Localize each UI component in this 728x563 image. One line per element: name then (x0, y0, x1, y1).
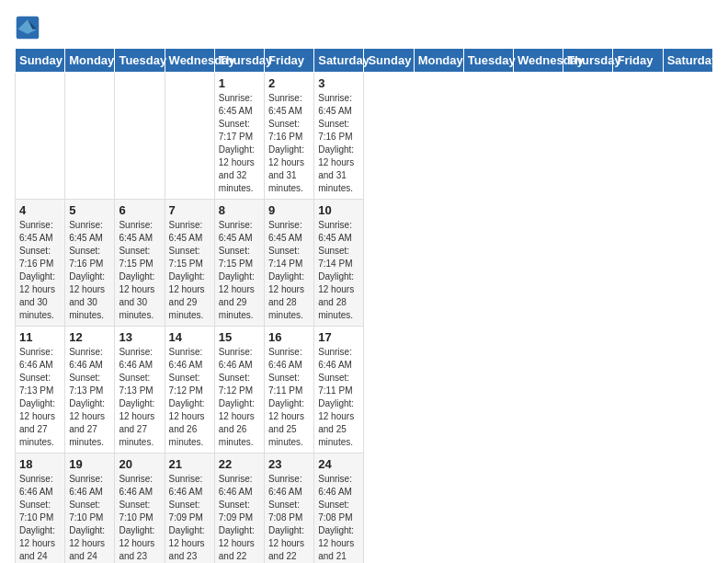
day-number: 11 (19, 330, 61, 344)
day-number: 5 (69, 203, 110, 217)
cell-content: Sunrise: 6:46 AM Sunset: 7:13 PM Dayligh… (69, 346, 110, 449)
cell-content: Sunrise: 6:45 AM Sunset: 7:14 PM Dayligh… (268, 219, 310, 322)
day-number: 24 (318, 457, 359, 471)
day-header-sunday: Sunday (16, 49, 65, 73)
calendar-cell: 8Sunrise: 6:45 AM Sunset: 7:15 PM Daylig… (214, 200, 264, 327)
cell-content: Sunrise: 6:46 AM Sunset: 7:10 PM Dayligh… (119, 473, 160, 563)
day-header-wednesday: Wednesday (514, 49, 563, 73)
day-number: 19 (69, 457, 110, 471)
day-number: 2 (268, 76, 310, 90)
day-number: 21 (169, 457, 210, 471)
calendar-cell: 7Sunrise: 6:45 AM Sunset: 7:15 PM Daylig… (165, 200, 214, 327)
calendar-header-row: SundayMondayTuesdayWednesdayThursdayFrid… (16, 49, 713, 73)
day-number: 7 (169, 203, 210, 217)
calendar-cell: 17Sunrise: 6:46 AM Sunset: 7:11 PM Dayli… (314, 327, 364, 454)
calendar-cell: 16Sunrise: 6:46 AM Sunset: 7:11 PM Dayli… (265, 327, 314, 454)
day-number: 4 (19, 203, 61, 217)
week-row-4: 18Sunrise: 6:46 AM Sunset: 7:10 PM Dayli… (16, 454, 713, 564)
cell-content: Sunrise: 6:45 AM Sunset: 7:17 PM Dayligh… (219, 92, 260, 195)
logo-icon (15, 15, 40, 40)
week-row-3: 11Sunrise: 6:46 AM Sunset: 7:13 PM Dayli… (16, 327, 713, 454)
cell-content: Sunrise: 6:45 AM Sunset: 7:16 PM Dayligh… (69, 219, 110, 322)
calendar-cell (165, 73, 214, 200)
calendar-cell: 23Sunrise: 6:46 AM Sunset: 7:08 PM Dayli… (265, 454, 314, 564)
cell-content: Sunrise: 6:45 AM Sunset: 7:16 PM Dayligh… (268, 92, 310, 195)
day-header-saturday: Saturday (314, 49, 364, 73)
day-number: 14 (169, 330, 210, 344)
calendar-cell: 20Sunrise: 6:46 AM Sunset: 7:10 PM Dayli… (115, 454, 165, 564)
calendar-cell: 12Sunrise: 6:46 AM Sunset: 7:13 PM Dayli… (65, 327, 115, 454)
calendar-cell: 1Sunrise: 6:45 AM Sunset: 7:17 PM Daylig… (214, 73, 264, 200)
calendar-cell: 11Sunrise: 6:46 AM Sunset: 7:13 PM Dayli… (16, 327, 65, 454)
cell-content: Sunrise: 6:46 AM Sunset: 7:09 PM Dayligh… (169, 473, 210, 563)
calendar-cell: 2Sunrise: 6:45 AM Sunset: 7:16 PM Daylig… (265, 73, 314, 200)
cell-content: Sunrise: 6:46 AM Sunset: 7:13 PM Dayligh… (19, 346, 61, 449)
day-number: 3 (318, 76, 359, 90)
day-header-tuesday: Tuesday (463, 49, 513, 73)
calendar-cell (65, 73, 115, 200)
calendar-cell (16, 73, 65, 200)
day-number: 13 (119, 330, 160, 344)
day-number: 6 (119, 203, 160, 217)
day-header-friday: Friday (613, 49, 663, 73)
page-header (15, 15, 713, 40)
day-number: 20 (119, 457, 160, 471)
calendar-table: SundayMondayTuesdayWednesdayThursdayFrid… (15, 48, 713, 563)
day-header-monday: Monday (65, 49, 115, 73)
day-number: 16 (268, 330, 310, 344)
cell-content: Sunrise: 6:46 AM Sunset: 7:13 PM Dayligh… (119, 346, 160, 449)
cell-content: Sunrise: 6:45 AM Sunset: 7:16 PM Dayligh… (318, 92, 359, 195)
calendar-cell: 6Sunrise: 6:45 AM Sunset: 7:15 PM Daylig… (115, 200, 165, 327)
cell-content: Sunrise: 6:46 AM Sunset: 7:09 PM Dayligh… (219, 473, 260, 563)
cell-content: Sunrise: 6:46 AM Sunset: 7:12 PM Dayligh… (219, 346, 260, 449)
day-header-thursday: Thursday (563, 49, 613, 73)
cell-content: Sunrise: 6:46 AM Sunset: 7:10 PM Dayligh… (69, 473, 110, 563)
day-header-saturday: Saturday (663, 49, 712, 73)
week-row-2: 4Sunrise: 6:45 AM Sunset: 7:16 PM Daylig… (16, 200, 713, 327)
day-header-friday: Friday (265, 49, 314, 73)
cell-content: Sunrise: 6:45 AM Sunset: 7:15 PM Dayligh… (119, 219, 160, 322)
calendar-cell: 24Sunrise: 6:46 AM Sunset: 7:08 PM Dayli… (314, 454, 364, 564)
day-number: 12 (69, 330, 110, 344)
cell-content: Sunrise: 6:46 AM Sunset: 7:08 PM Dayligh… (268, 473, 310, 563)
day-number: 15 (219, 330, 260, 344)
calendar-cell: 3Sunrise: 6:45 AM Sunset: 7:16 PM Daylig… (314, 73, 364, 200)
calendar-cell: 10Sunrise: 6:45 AM Sunset: 7:14 PM Dayli… (314, 200, 364, 327)
calendar-cell: 22Sunrise: 6:46 AM Sunset: 7:09 PM Dayli… (214, 454, 264, 564)
day-header-thursday: Thursday (214, 49, 264, 73)
cell-content: Sunrise: 6:45 AM Sunset: 7:15 PM Dayligh… (169, 219, 210, 322)
day-header-sunday: Sunday (364, 49, 414, 73)
cell-content: Sunrise: 6:46 AM Sunset: 7:10 PM Dayligh… (19, 473, 61, 563)
calendar-cell: 9Sunrise: 6:45 AM Sunset: 7:14 PM Daylig… (265, 200, 314, 327)
calendar-cell (115, 73, 165, 200)
calendar-cell: 13Sunrise: 6:46 AM Sunset: 7:13 PM Dayli… (115, 327, 165, 454)
calendar-cell: 19Sunrise: 6:46 AM Sunset: 7:10 PM Dayli… (65, 454, 115, 564)
logo (15, 15, 44, 40)
day-header-tuesday: Tuesday (115, 49, 165, 73)
cell-content: Sunrise: 6:46 AM Sunset: 7:12 PM Dayligh… (169, 346, 210, 449)
week-row-1: 1Sunrise: 6:45 AM Sunset: 7:17 PM Daylig… (16, 73, 713, 200)
cell-content: Sunrise: 6:45 AM Sunset: 7:16 PM Dayligh… (19, 219, 61, 322)
day-number: 10 (318, 203, 359, 217)
day-number: 1 (219, 76, 260, 90)
day-number: 9 (268, 203, 310, 217)
calendar-cell: 15Sunrise: 6:46 AM Sunset: 7:12 PM Dayli… (214, 327, 264, 454)
day-number: 22 (219, 457, 260, 471)
cell-content: Sunrise: 6:46 AM Sunset: 7:11 PM Dayligh… (268, 346, 310, 449)
day-number: 18 (19, 457, 61, 471)
cell-content: Sunrise: 6:46 AM Sunset: 7:11 PM Dayligh… (318, 346, 359, 449)
day-number: 23 (268, 457, 310, 471)
day-number: 8 (219, 203, 260, 217)
day-number: 17 (318, 330, 359, 344)
cell-content: Sunrise: 6:45 AM Sunset: 7:14 PM Dayligh… (318, 219, 359, 322)
day-header-wednesday: Wednesday (165, 49, 214, 73)
calendar-cell: 18Sunrise: 6:46 AM Sunset: 7:10 PM Dayli… (16, 454, 65, 564)
cell-content: Sunrise: 6:46 AM Sunset: 7:08 PM Dayligh… (318, 473, 359, 563)
calendar-cell: 21Sunrise: 6:46 AM Sunset: 7:09 PM Dayli… (165, 454, 214, 564)
day-header-monday: Monday (414, 49, 463, 73)
calendar-cell: 4Sunrise: 6:45 AM Sunset: 7:16 PM Daylig… (16, 200, 65, 327)
cell-content: Sunrise: 6:45 AM Sunset: 7:15 PM Dayligh… (219, 219, 260, 322)
calendar-cell: 14Sunrise: 6:46 AM Sunset: 7:12 PM Dayli… (165, 327, 214, 454)
calendar-cell: 5Sunrise: 6:45 AM Sunset: 7:16 PM Daylig… (65, 200, 115, 327)
